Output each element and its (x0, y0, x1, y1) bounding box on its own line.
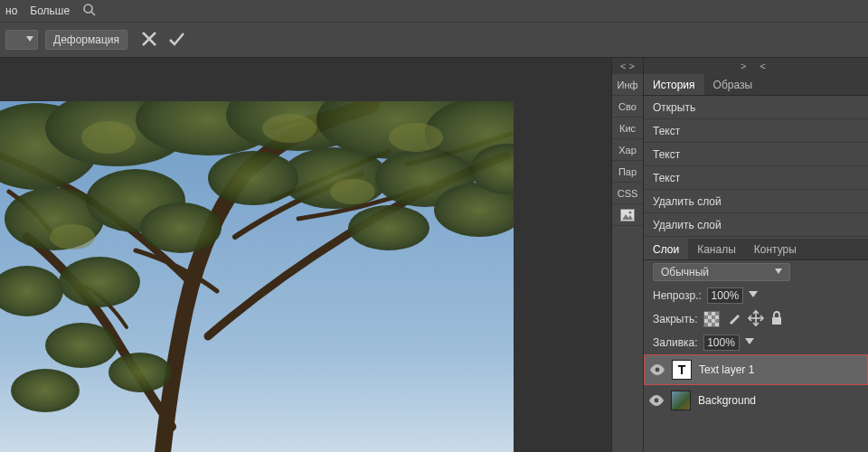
layer-row[interactable]: T Text layer 1 (644, 354, 868, 385)
panel-tab-properties[interactable]: Сво (612, 96, 643, 118)
history-item[interactable]: Текст (644, 143, 868, 166)
layer-name[interactable]: Text layer 1 (699, 363, 754, 376)
panel-tab-info[interactable]: Инф (612, 74, 643, 96)
history-item[interactable]: Удалить слой (644, 190, 868, 213)
svg-point-19 (208, 151, 298, 205)
panel-tab-css[interactable]: CSS (612, 183, 643, 204)
menubar: но Больше (0, 0, 868, 22)
svg-point-30 (330, 179, 375, 204)
svg-line-1 (91, 12, 95, 15)
layer-thumbnail (671, 391, 691, 410)
svg-marker-35 (749, 291, 758, 297)
layer-name[interactable]: Background (698, 394, 756, 407)
svg-point-40 (656, 368, 660, 372)
tab-history[interactable]: История (644, 74, 704, 95)
history-item[interactable]: Удалить слой (644, 213, 868, 237)
warp-button[interactable]: Деформация (45, 30, 127, 50)
svg-point-20 (140, 202, 222, 253)
svg-point-23 (108, 353, 172, 392)
history-item[interactable]: Текст (644, 166, 868, 190)
lock-label: Закрыть: (653, 313, 698, 325)
svg-marker-34 (775, 268, 782, 274)
svg-marker-2 (26, 36, 33, 42)
opacity-label: Непрозр.: (653, 289, 702, 302)
chevron-down-icon (775, 268, 782, 276)
right-panel: > < История Образы Открыть Текст Текст Т… (644, 58, 868, 452)
layer-row[interactable]: Background (644, 385, 868, 416)
lock-all-icon[interactable] (770, 311, 783, 328)
search-icon[interactable] (82, 3, 97, 20)
panel-tab-character[interactable]: Хар (612, 139, 643, 161)
lock-brush-icon[interactable] (727, 311, 741, 328)
blend-mode-select[interactable]: Обычный (653, 263, 790, 281)
fill-input[interactable] (703, 334, 740, 351)
chevron-down-icon[interactable] (749, 291, 758, 300)
fill-label: Заливка: (653, 336, 698, 349)
history-list: Открыть Текст Текст Текст Удалить слой У… (644, 96, 868, 237)
commit-icon[interactable] (167, 30, 185, 51)
tool-preset-dropdown[interactable] (5, 30, 38, 50)
svg-point-15 (59, 257, 140, 307)
layers-tabs: Слои Каналы Контуры (644, 239, 868, 260)
canvas-area[interactable] (0, 58, 611, 452)
visibility-eye-icon[interactable] (649, 395, 664, 406)
svg-point-0 (84, 5, 92, 13)
history-item[interactable]: Текст (644, 119, 868, 143)
tab-samples[interactable]: Образы (704, 74, 762, 95)
panel-collapse-arrows[interactable]: > < (644, 58, 868, 74)
menu-item-more[interactable]: Больше (30, 5, 70, 17)
options-bar: Деформация (0, 22, 868, 58)
lock-move-icon[interactable] (749, 311, 763, 328)
svg-point-33 (628, 211, 631, 213)
collapsed-panel-dock: < > Инф Сво Кис Хар Пар CSS (611, 58, 644, 452)
history-tabs: История Образы (644, 74, 868, 96)
layer-thumbnail-text-icon: T (672, 360, 692, 380)
svg-point-29 (50, 224, 95, 250)
panel-tab-brush[interactable]: Кис (612, 118, 643, 139)
svg-point-28 (389, 123, 443, 152)
lock-transparency-icon[interactable] (703, 311, 720, 327)
chevron-down-icon[interactable] (745, 338, 754, 347)
tab-layers[interactable]: Слои (644, 239, 688, 259)
svg-point-24 (348, 205, 429, 250)
svg-point-21 (45, 323, 118, 368)
opacity-input[interactable] (707, 287, 743, 304)
cancel-icon[interactable] (140, 30, 158, 51)
canvas-image (0, 101, 514, 452)
dock-arrows[interactable]: < > (612, 58, 643, 74)
menu-item-truncated[interactable]: но (5, 5, 17, 17)
panel-tab-image-icon[interactable] (612, 204, 643, 226)
tab-paths[interactable]: Контуры (745, 239, 806, 259)
tab-channels[interactable]: Каналы (688, 239, 745, 259)
visibility-eye-icon[interactable] (650, 364, 665, 375)
history-item[interactable]: Открыть (644, 96, 868, 119)
svg-marker-39 (745, 338, 754, 344)
svg-point-22 (11, 369, 80, 412)
svg-point-27 (262, 114, 316, 143)
svg-point-41 (655, 399, 659, 403)
blend-mode-value: Обычный (661, 266, 709, 278)
svg-point-26 (81, 121, 136, 154)
chevron-down-icon (26, 36, 33, 43)
svg-rect-38 (772, 317, 781, 325)
panel-tab-paragraph[interactable]: Пар (612, 161, 643, 183)
